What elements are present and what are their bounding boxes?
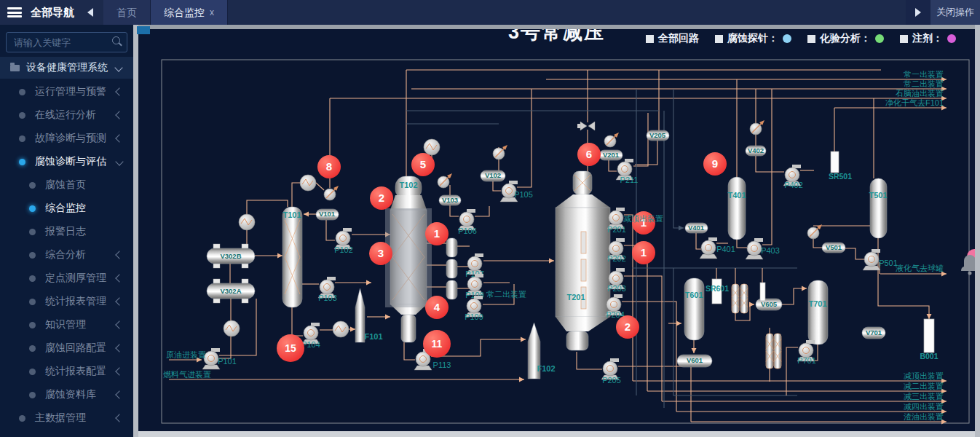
equipment-T501[interactable]: T501 bbox=[869, 178, 887, 238]
svg-text:15: 15 bbox=[285, 342, 296, 354]
checkbox[interactable] bbox=[715, 35, 723, 43]
equipment-V701[interactable]: V701 bbox=[862, 327, 885, 339]
process-flow-diagram[interactable]: T101T102T201T401T501T601T701V101V302BV30… bbox=[138, 29, 975, 431]
stream-label: 燃料气进装置 bbox=[163, 370, 211, 379]
alarm-badge[interactable]: 6 bbox=[577, 143, 601, 166]
equipment-T601[interactable]: T601 bbox=[684, 278, 704, 340]
equipment-T701[interactable]: T701 bbox=[808, 280, 828, 345]
svg-text:P109: P109 bbox=[465, 312, 483, 321]
svg-text:P113: P113 bbox=[433, 361, 451, 369]
svg-text:3: 3 bbox=[378, 247, 384, 259]
hamburger-menu-icon[interactable] bbox=[7, 7, 22, 17]
svg-text:V101: V101 bbox=[319, 210, 336, 218]
alarm-badge[interactable]: 2 bbox=[370, 186, 393, 210]
chevron-left-icon bbox=[115, 344, 123, 352]
frame-left-scrollbar[interactable] bbox=[133, 25, 138, 437]
svg-text:1: 1 bbox=[434, 227, 440, 240]
equipment-T101[interactable]: T101 bbox=[282, 207, 302, 307]
alarm-badge[interactable]: 1 bbox=[425, 222, 448, 245]
checkbox[interactable] bbox=[807, 35, 815, 43]
chevron-down-icon bbox=[115, 157, 123, 165]
svg-text:5: 5 bbox=[420, 158, 426, 170]
equipment-V401[interactable]: V401 bbox=[685, 223, 708, 233]
collapse-left-arrow-icon[interactable] bbox=[87, 8, 93, 17]
svg-text:减顶出装置: 减顶出装置 bbox=[623, 214, 663, 223]
alarm-badge[interactable]: 5 bbox=[411, 153, 435, 176]
alarm-badge[interactable]: 9 bbox=[703, 152, 727, 176]
sidebar-item-label: 主数据管理 bbox=[35, 412, 116, 425]
alarm-badge[interactable]: 2 bbox=[616, 315, 639, 339]
stream-label: 减二出装置 bbox=[904, 382, 944, 390]
sidebar: 设备健康管理系统 运行管理与预警在线运行分析故障诊断与预测腐蚀诊断与评估腐蚀首页… bbox=[0, 25, 133, 437]
sidebar-item-主数据管理[interactable]: 主数据管理 bbox=[0, 406, 133, 430]
equipment-V402[interactable]: V402 bbox=[746, 146, 766, 156]
menu-dot-icon bbox=[29, 205, 36, 212]
frame-top-divider bbox=[133, 25, 980, 29]
sidebar-item-label: 腐蚀资料库 bbox=[45, 388, 116, 401]
svg-text:2: 2 bbox=[625, 320, 631, 333]
alarm-badge[interactable]: 11 bbox=[423, 330, 451, 358]
tab-2[interactable]: 综合监控x bbox=[151, 0, 228, 25]
sidebar-item-定点测厚管理[interactable]: 定点测厚管理 bbox=[0, 267, 133, 290]
equipment-V103[interactable]: V103 bbox=[439, 195, 461, 205]
alarm-badge[interactable]: 4 bbox=[425, 296, 448, 319]
menu-dot-icon bbox=[19, 415, 25, 422]
alarm-badge[interactable]: 15 bbox=[277, 334, 304, 362]
legend-item-化验分析[interactable]: 化验分析： bbox=[807, 32, 884, 45]
stream-label: 石脑油出装置 bbox=[896, 89, 944, 98]
equipment-V102[interactable]: V102 bbox=[481, 170, 505, 181]
stream-label: 减顶出装置 bbox=[623, 214, 663, 223]
sidebar-item-统计报表配置[interactable]: 统计报表配置 bbox=[0, 360, 133, 383]
equipment-V501[interactable]: V501 bbox=[822, 243, 845, 253]
legend-item-腐蚀探针[interactable]: 腐蚀探针： bbox=[715, 32, 791, 45]
alarm-badge[interactable]: 8 bbox=[317, 155, 341, 178]
sidebar-item-label: 腐蚀回路配置 bbox=[45, 342, 116, 355]
equipment-V601[interactable]: V601 bbox=[677, 355, 712, 367]
checkbox[interactable] bbox=[900, 35, 908, 43]
sidebar-item-label: 腐蚀首页 bbox=[45, 178, 133, 192]
legend-item-全部回路[interactable]: 全部回路 bbox=[646, 32, 699, 45]
sidebar-item-腐蚀资料库[interactable]: 腐蚀资料库 bbox=[0, 383, 133, 406]
sidebar-item-腐蚀回路配置[interactable]: 腐蚀回路配置 bbox=[0, 336, 133, 360]
close-icon[interactable]: x bbox=[210, 8, 214, 17]
legend-bar: 全部回路腐蚀探针：化验分析：注剂： bbox=[646, 32, 956, 45]
tab-bar: 首页综合监控x bbox=[103, 0, 228, 25]
drum bbox=[446, 238, 457, 257]
equipment-T401[interactable]: T401 bbox=[727, 177, 746, 240]
sidebar-item-腐蚀诊断与评估[interactable]: 腐蚀诊断与评估 bbox=[0, 150, 133, 173]
svg-text:T102: T102 bbox=[399, 181, 417, 189]
frame-right-scrollbar[interactable] bbox=[975, 25, 980, 437]
svg-text:V601: V601 bbox=[687, 356, 703, 364]
alarm-badge[interactable]: 1 bbox=[632, 241, 655, 264]
svg-text:减顶出装置: 减顶出装置 bbox=[904, 371, 944, 380]
sidebar-item-在线运行分析[interactable]: 在线运行分析 bbox=[0, 103, 133, 127]
tab-1[interactable]: 首页 bbox=[103, 0, 151, 25]
frame-bottom-scrollbar[interactable] bbox=[138, 431, 975, 437]
alarm-badge[interactable]: 3 bbox=[369, 242, 392, 265]
legend-item-注剂[interactable]: 注剂： bbox=[900, 32, 956, 45]
chevron-left-icon bbox=[115, 111, 123, 119]
legend-color-dot bbox=[783, 34, 791, 43]
expand-right-arrow-button[interactable] bbox=[906, 0, 930, 25]
sidebar-item-综合监控[interactable]: 综合监控 bbox=[0, 197, 133, 220]
equipment-V201[interactable]: V201 bbox=[599, 150, 623, 160]
checkbox[interactable] bbox=[646, 35, 654, 43]
sidebar-item-知识管理[interactable]: 知识管理 bbox=[0, 313, 133, 336]
equipment-V205[interactable]: V205 bbox=[647, 130, 669, 141]
close-operations-button[interactable]: 关闭操作 bbox=[930, 0, 980, 25]
sidebar-item-统计报表管理[interactable]: 统计报表管理 bbox=[0, 290, 133, 313]
sidebar-item-故障诊断与预测[interactable]: 故障诊断与预测 bbox=[0, 127, 133, 150]
sidebar-item-腐蚀首页[interactable]: 腐蚀首页 bbox=[0, 173, 133, 197]
legend-label: 化验分析： bbox=[820, 32, 871, 45]
sidebar-item-运行管理与预警[interactable]: 运行管理与预警 bbox=[0, 80, 133, 103]
sidebar-item-报警日志[interactable]: 报警日志 bbox=[0, 220, 133, 243]
sidebar-root-system[interactable]: 设备健康管理系统 bbox=[0, 57, 133, 79]
svg-text:P103: P103 bbox=[318, 294, 337, 302]
equipment-V101[interactable]: V101 bbox=[316, 209, 339, 220]
heat-exchanger bbox=[239, 214, 255, 230]
equipment-V605[interactable]: V605 bbox=[756, 299, 782, 310]
search-icon[interactable] bbox=[112, 36, 120, 44]
sidebar-item-label: 统计报表管理 bbox=[45, 295, 116, 308]
search-input[interactable] bbox=[12, 34, 106, 51]
sidebar-item-综合分析[interactable]: 综合分析 bbox=[0, 243, 133, 267]
